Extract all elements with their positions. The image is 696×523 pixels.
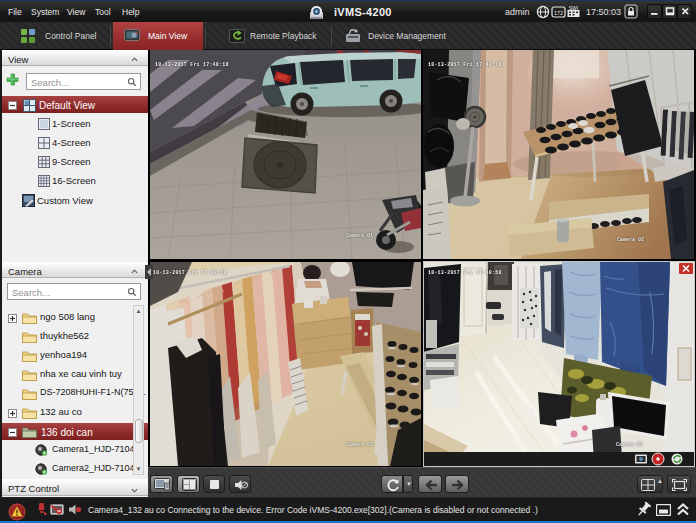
svg-text:SWI: SWI	[569, 5, 578, 11]
svg-text:172: 172	[554, 10, 563, 16]
